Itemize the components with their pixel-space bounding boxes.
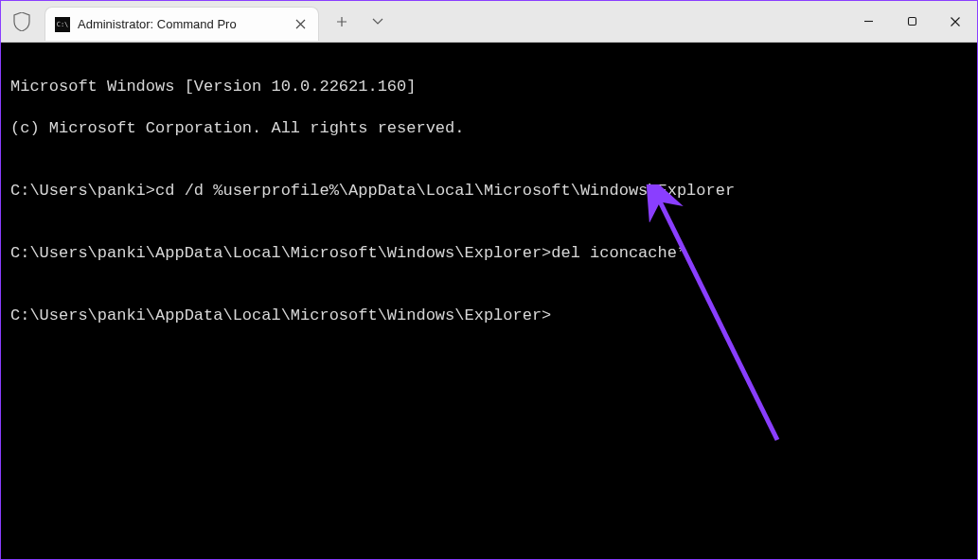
output-line: Microsoft Windows [Version 10.0.22621.16… [10, 77, 968, 97]
cmd-icon: C:\ [55, 17, 70, 32]
tab-title: Administrator: Command Pro [78, 17, 284, 31]
window-controls [846, 1, 977, 42]
close-tab-button[interactable] [292, 16, 309, 33]
output-line: (c) Microsoft Corporation. All rights re… [10, 118, 968, 139]
close-window-button[interactable] [934, 1, 977, 42]
output-line: C:\Users\panki\AppData\Local\Microsoft\W… [10, 306, 968, 326]
terminal-output[interactable]: Microsoft Windows [Version 10.0.22621.16… [1, 43, 977, 559]
uac-shield-icon [1, 1, 43, 42]
output-line: C:\Users\panki\AppData\Local\Microsoft\W… [10, 243, 968, 264]
new-tab-button[interactable] [325, 6, 359, 38]
titlebar: C:\ Administrator: Command Pro [1, 1, 977, 43]
output-line: C:\Users\panki>cd /d %userprofile%\AppDa… [10, 181, 968, 201]
prompt: C:\Users\panki\AppData\Local\Microsoft\W… [10, 306, 551, 324]
minimize-button[interactable] [846, 1, 890, 42]
svg-rect-0 [908, 18, 916, 26]
tab-dropdown-button[interactable] [361, 6, 395, 38]
tab-command-prompt[interactable]: C:\ Administrator: Command Pro [44, 7, 319, 41]
titlebar-drag-area[interactable] [395, 1, 846, 42]
title-actions [325, 1, 395, 42]
command: cd /d %userprofile%\AppData\Local\Micros… [155, 182, 735, 200]
prompt: C:\Users\panki\AppData\Local\Microsoft\W… [10, 244, 551, 262]
maximize-button[interactable] [890, 1, 934, 42]
command: del iconcache* [551, 244, 686, 262]
prompt: C:\Users\panki> [10, 182, 155, 200]
